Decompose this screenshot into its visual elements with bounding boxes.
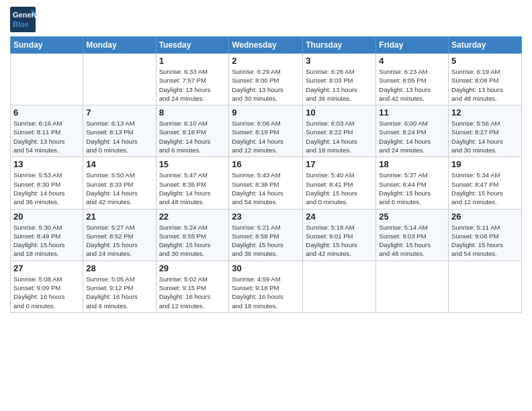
day-number: 27 [13, 263, 80, 273]
calendar-cell: 5Sunrise: 6:19 AM Sunset: 8:08 PM Daylig… [449, 54, 522, 105]
calendar-cell: 27Sunrise: 5:08 AM Sunset: 9:09 PM Dayli… [11, 261, 83, 312]
day-info: Sunrise: 6:06 AM Sunset: 8:19 PM Dayligh… [232, 119, 300, 154]
day-number: 18 [379, 159, 445, 169]
calendar-cell: 23Sunrise: 5:21 AM Sunset: 8:58 PM Dayli… [229, 209, 303, 261]
day-info: Sunrise: 6:19 AM Sunset: 8:08 PM Dayligh… [451, 67, 519, 103]
day-number: 29 [159, 263, 226, 273]
day-number: 12 [451, 107, 519, 118]
day-info: Sunrise: 6:26 AM Sunset: 8:03 PM Dayligh… [306, 67, 373, 103]
day-info: Sunrise: 5:27 AM Sunset: 8:52 PM Dayligh… [86, 223, 152, 259]
calendar-table: SundayMondayTuesdayWednesdayThursdayFrid… [10, 36, 522, 313]
col-header-friday: Friday [376, 37, 449, 54]
calendar-cell [449, 261, 522, 312]
calendar-cell: 17Sunrise: 5:40 AM Sunset: 8:41 PM Dayli… [303, 157, 376, 209]
day-number: 2 [232, 56, 300, 66]
day-info: Sunrise: 6:13 AM Sunset: 8:13 PM Dayligh… [86, 119, 152, 154]
day-number: 10 [306, 107, 373, 118]
day-number: 26 [451, 212, 519, 222]
day-info: Sunrise: 5:08 AM Sunset: 9:09 PM Dayligh… [13, 275, 80, 310]
calendar-cell: 8Sunrise: 6:10 AM Sunset: 8:16 PM Daylig… [156, 105, 229, 157]
calendar-cell: 10Sunrise: 6:03 AM Sunset: 8:22 PM Dayli… [303, 105, 376, 157]
day-info: Sunrise: 5:40 AM Sunset: 8:41 PM Dayligh… [306, 171, 373, 206]
day-number: 5 [451, 56, 519, 66]
day-info: Sunrise: 5:14 AM Sunset: 9:03 PM Dayligh… [379, 223, 445, 259]
day-info: Sunrise: 5:56 AM Sunset: 8:27 PM Dayligh… [451, 119, 519, 154]
calendar-cell: 29Sunrise: 5:02 AM Sunset: 9:15 PM Dayli… [156, 261, 229, 312]
day-info: Sunrise: 4:59 AM Sunset: 9:18 PM Dayligh… [232, 275, 300, 310]
day-info: Sunrise: 5:30 AM Sunset: 8:49 PM Dayligh… [13, 223, 80, 259]
week-row-1: 1Sunrise: 6:33 AM Sunset: 7:57 PM Daylig… [11, 54, 522, 105]
day-number: 15 [159, 159, 226, 169]
calendar-cell: 21Sunrise: 5:27 AM Sunset: 8:52 PM Dayli… [83, 209, 156, 261]
week-row-3: 13Sunrise: 5:53 AM Sunset: 8:30 PM Dayli… [11, 157, 522, 209]
calendar-cell: 16Sunrise: 5:43 AM Sunset: 8:38 PM Dayli… [229, 157, 303, 209]
calendar-cell: 19Sunrise: 5:34 AM Sunset: 8:47 PM Dayli… [449, 157, 522, 209]
day-number: 13 [13, 159, 80, 169]
calendar-cell: 15Sunrise: 5:47 AM Sunset: 8:35 PM Dayli… [156, 157, 229, 209]
day-number: 24 [306, 212, 373, 222]
calendar-cell: 7Sunrise: 6:13 AM Sunset: 8:13 PM Daylig… [83, 105, 156, 157]
day-number: 25 [379, 212, 445, 222]
day-number: 30 [232, 263, 300, 273]
calendar-cell: 13Sunrise: 5:53 AM Sunset: 8:30 PM Dayli… [11, 157, 83, 209]
day-info: Sunrise: 5:53 AM Sunset: 8:30 PM Dayligh… [13, 171, 80, 206]
day-number: 11 [379, 107, 445, 118]
calendar-cell: 11Sunrise: 6:00 AM Sunset: 8:24 PM Dayli… [376, 105, 449, 157]
week-row-2: 6Sunrise: 6:16 AM Sunset: 8:11 PM Daylig… [11, 105, 522, 157]
day-info: Sunrise: 5:43 AM Sunset: 8:38 PM Dayligh… [232, 171, 300, 206]
calendar-cell: 9Sunrise: 6:06 AM Sunset: 8:19 PM Daylig… [229, 105, 303, 157]
day-number: 17 [306, 159, 373, 169]
day-number: 6 [13, 107, 80, 118]
col-header-saturday: Saturday [449, 37, 522, 54]
day-number: 7 [86, 107, 152, 118]
svg-text:General: General [13, 11, 38, 19]
day-info: Sunrise: 5:05 AM Sunset: 9:12 PM Dayligh… [86, 275, 152, 310]
calendar-cell: 25Sunrise: 5:14 AM Sunset: 9:03 PM Dayli… [376, 209, 449, 261]
day-info: Sunrise: 6:10 AM Sunset: 8:16 PM Dayligh… [159, 119, 226, 154]
day-info: Sunrise: 6:00 AM Sunset: 8:24 PM Dayligh… [379, 119, 445, 154]
day-info: Sunrise: 5:21 AM Sunset: 8:58 PM Dayligh… [232, 223, 300, 259]
day-info: Sunrise: 5:37 AM Sunset: 8:44 PM Dayligh… [379, 171, 445, 206]
day-number: 4 [379, 56, 445, 66]
day-number: 9 [232, 107, 300, 118]
day-info: Sunrise: 5:50 AM Sunset: 8:33 PM Dayligh… [86, 171, 152, 206]
svg-text:Blue: Blue [13, 20, 29, 28]
day-info: Sunrise: 6:33 AM Sunset: 7:57 PM Dayligh… [159, 67, 226, 103]
calendar-cell: 3Sunrise: 6:26 AM Sunset: 8:03 PM Daylig… [303, 54, 376, 105]
col-header-wednesday: Wednesday [229, 37, 303, 54]
page-header: General Blue [10, 7, 522, 32]
logo: General Blue [10, 7, 38, 32]
day-info: Sunrise: 6:16 AM Sunset: 8:11 PM Dayligh… [13, 119, 80, 154]
day-number: 28 [86, 263, 152, 273]
day-info: Sunrise: 5:47 AM Sunset: 8:35 PM Dayligh… [159, 171, 226, 206]
col-header-thursday: Thursday [303, 37, 376, 54]
day-number: 1 [159, 56, 226, 66]
day-info: Sunrise: 5:02 AM Sunset: 9:15 PM Dayligh… [159, 275, 226, 310]
calendar-cell: 14Sunrise: 5:50 AM Sunset: 8:33 PM Dayli… [83, 157, 156, 209]
day-number: 21 [86, 212, 152, 222]
day-info: Sunrise: 5:24 AM Sunset: 8:55 PM Dayligh… [159, 223, 226, 259]
calendar-cell: 6Sunrise: 6:16 AM Sunset: 8:11 PM Daylig… [11, 105, 83, 157]
col-header-monday: Monday [83, 37, 156, 54]
day-number: 19 [451, 159, 519, 169]
day-number: 20 [13, 212, 80, 222]
day-info: Sunrise: 6:23 AM Sunset: 8:05 PM Dayligh… [379, 67, 445, 103]
calendar-cell [303, 261, 376, 312]
logo-icon: General Blue [10, 7, 38, 32]
day-number: 23 [232, 212, 300, 222]
calendar-cell: 2Sunrise: 6:29 AM Sunset: 8:00 PM Daylig… [229, 54, 303, 105]
day-info: Sunrise: 5:11 AM Sunset: 9:06 PM Dayligh… [451, 223, 519, 259]
day-number: 14 [86, 159, 152, 169]
day-number: 8 [159, 107, 226, 118]
calendar-cell: 12Sunrise: 5:56 AM Sunset: 8:27 PM Dayli… [449, 105, 522, 157]
day-info: Sunrise: 6:03 AM Sunset: 8:22 PM Dayligh… [306, 119, 373, 154]
calendar-cell [11, 54, 83, 105]
day-number: 3 [306, 56, 373, 66]
calendar-cell: 4Sunrise: 6:23 AM Sunset: 8:05 PM Daylig… [376, 54, 449, 105]
calendar-cell: 28Sunrise: 5:05 AM Sunset: 9:12 PM Dayli… [83, 261, 156, 312]
week-row-5: 27Sunrise: 5:08 AM Sunset: 9:09 PM Dayli… [11, 261, 522, 312]
calendar-cell: 26Sunrise: 5:11 AM Sunset: 9:06 PM Dayli… [449, 209, 522, 261]
calendar-cell: 1Sunrise: 6:33 AM Sunset: 7:57 PM Daylig… [156, 54, 229, 105]
day-info: Sunrise: 5:18 AM Sunset: 9:01 PM Dayligh… [306, 223, 373, 259]
day-number: 22 [159, 212, 226, 222]
